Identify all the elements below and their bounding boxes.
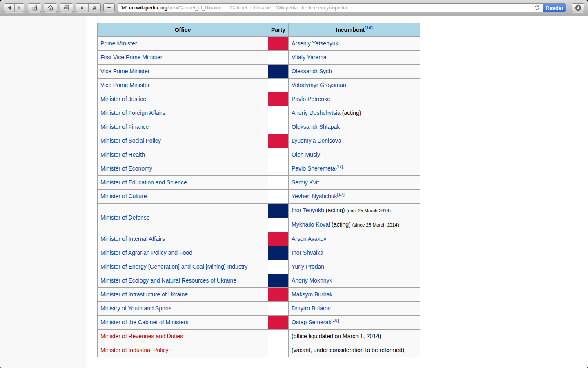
table-row: Minister of Culture Yevhen Nyshchuk[17] xyxy=(98,190,420,204)
table-row: Minister of Infrastucture of Ukraine Mak… xyxy=(98,288,420,302)
incumbent-cell: Andriy Deshchytsia (acting) xyxy=(289,106,420,120)
incumbent-cell: (vacant, under consideration to be refor… xyxy=(289,343,420,357)
cabinet-table-body: Prime Minister Arseniy Yatsenyuk First V… xyxy=(98,37,420,357)
office-cell: Vice Prime Minister xyxy=(98,79,268,92)
incumbent-link[interactable]: Ostap Semerak xyxy=(292,319,331,325)
office-link[interactable]: Vice Prime Minister xyxy=(100,82,149,88)
font-smaller-button[interactable]: A xyxy=(76,4,88,12)
incumbent-link[interactable]: Ihor Shvaika xyxy=(292,249,323,256)
office-link[interactable]: Minister of Energy [Generation] and Coal… xyxy=(100,263,247,270)
incumbent-cell: Mykhailo Koval (acting) (since 25 March … xyxy=(289,218,420,232)
incumbent-link[interactable]: Mykhailo Koval xyxy=(292,221,330,228)
incumbent-cell: Arseniy Yatsenyuk xyxy=(289,37,420,51)
office-cell: Minister of Health xyxy=(98,148,268,162)
share-button[interactable] xyxy=(28,3,41,12)
font-larger-button[interactable]: A xyxy=(88,4,101,12)
footnote-ref-link[interactable]: [17] xyxy=(337,192,345,197)
url-page-title: — Cabinet of Ukraine – Wikipedia, the fr… xyxy=(224,5,347,11)
incumbent-cell: Andriy Mokhnyk xyxy=(289,274,420,288)
col-header-office: Office xyxy=(98,23,268,37)
incumbent-link[interactable]: Arseniy Yatsenyuk xyxy=(292,40,339,47)
table-row: First Vice Prime Minister Vitaly Yarema xyxy=(98,51,420,65)
office-link[interactable]: Minister of Health xyxy=(100,151,145,158)
office-link[interactable]: Minister of Infrastucture of Ukraine xyxy=(100,291,188,298)
incumbent-link[interactable]: Pavlo Petrenko xyxy=(292,96,330,102)
office-link[interactable]: Minister of Culture xyxy=(100,193,147,200)
incumbent-cell: Oleh Musiy xyxy=(289,148,420,162)
status-text: (vacant, under consideration to be refor… xyxy=(292,347,404,353)
table-row: Minister of Internal Affairs Arsen Avako… xyxy=(98,232,420,246)
table-row: Minister of Agrarian Policy and Food Iho… xyxy=(98,246,420,260)
office-link[interactable]: Minister of Defense xyxy=(100,214,150,221)
footnote-ref-link[interactable]: [17] xyxy=(335,164,343,169)
office-cell: Minister of Ecology and Natural Resource… xyxy=(98,274,268,288)
office-link[interactable]: Minister of Justice xyxy=(100,96,146,102)
office-cell: Vice Prime Minister xyxy=(98,65,268,79)
incumbent-link[interactable]: Andriy Deshchytsia xyxy=(292,110,341,116)
home-button[interactable] xyxy=(44,3,57,12)
office-link[interactable]: Ministry of Youth and Sports xyxy=(100,305,172,312)
office-link[interactable]: Minister of Economy xyxy=(100,165,152,172)
incumbent-link[interactable]: Serhiy Kvit xyxy=(292,179,319,186)
incumbent-cell: Ostap Semerak[18] xyxy=(289,316,420,330)
print-button[interactable] xyxy=(60,3,73,12)
incumbent-link[interactable]: Volodymyr Groysman xyxy=(292,82,346,88)
incumbent-link[interactable]: Yevhen Nyshchuk xyxy=(292,193,337,200)
footnote-ref-link[interactable]: [16] xyxy=(365,25,373,30)
back-button[interactable] xyxy=(4,4,14,12)
incumbent-link[interactable]: Vitaly Yarema xyxy=(292,54,327,61)
reader-button[interactable]: Reader xyxy=(543,3,566,12)
incumbent-link[interactable]: Oleksandr Shlapak xyxy=(292,123,340,130)
office-link[interactable]: Prime Minister xyxy=(100,40,137,47)
office-link[interactable]: Minister of Industrial Policy xyxy=(100,347,169,353)
office-link[interactable]: Minister of Social Policy xyxy=(100,137,161,144)
office-cell: Minister of Education and Science xyxy=(98,176,268,190)
office-cell: Minister of Culture xyxy=(98,190,268,204)
incumbent-link[interactable]: Lyudmyla Denisova xyxy=(292,137,341,144)
date-note: (since 25 March 2014) xyxy=(352,222,399,227)
incumbent-link[interactable]: Yuriy Prodan xyxy=(292,263,324,270)
table-row: Minister of Ecology and Natural Resource… xyxy=(98,274,420,288)
share-icon xyxy=(31,4,38,11)
office-link[interactable]: Minister of Education and Science xyxy=(100,179,187,186)
office-link[interactable]: Minister of Internal Affairs xyxy=(100,236,165,242)
refresh-icon xyxy=(534,5,539,11)
incumbent-link[interactable]: Oleh Musiy xyxy=(292,151,320,158)
acting-label: (acting) xyxy=(326,207,345,213)
party-cell xyxy=(268,260,289,274)
party-cell xyxy=(268,106,289,120)
party-cell xyxy=(268,120,289,134)
office-link[interactable]: Minister of Ecology and Natural Resource… xyxy=(100,277,236,284)
party-cell xyxy=(268,37,289,51)
address-bar[interactable]: W en.wikipedia.org /wiki/Cabinet_of_Ukra… xyxy=(118,3,566,12)
office-link[interactable]: Minister of Revenues and Duties xyxy=(100,333,183,339)
office-link[interactable]: Minister of the Cabinet of Ministers xyxy=(100,319,189,325)
office-cell: Minister of Economy xyxy=(98,162,268,176)
party-cell xyxy=(268,176,289,190)
office-link[interactable]: Minister of Foreign Affairs xyxy=(100,110,165,116)
office-link[interactable]: Vice Prime Minister xyxy=(100,68,149,74)
office-cell: Prime Minister xyxy=(98,37,268,51)
incumbent-link[interactable]: Andriy Mokhnyk xyxy=(292,277,332,284)
party-cell xyxy=(268,246,289,260)
url-host: en.wikipedia.org xyxy=(129,5,167,11)
new-tab-button[interactable]: + xyxy=(103,3,115,12)
incumbent-link[interactable]: Pavlo Sheremeta xyxy=(292,165,335,172)
party-cell xyxy=(268,343,289,357)
footnote-ref-link[interactable]: [18] xyxy=(331,318,339,323)
incumbent-link[interactable]: Arsen Avakov xyxy=(292,236,326,242)
office-link[interactable]: First Vice Prime Minister xyxy=(100,54,162,61)
office-link[interactable]: Minister of Agrarian Policy and Food xyxy=(100,249,192,256)
browser-window: A A + W en.wikipedia.org /wiki/Cabinet_o… xyxy=(0,0,588,368)
table-row: Minister of Economy Pavlo Sheremeta[17] xyxy=(98,162,420,176)
refresh-button[interactable] xyxy=(534,5,539,11)
table-row: Prime Minister Arseniy Yatsenyuk xyxy=(98,37,420,51)
forward-button[interactable] xyxy=(14,4,24,12)
incumbent-link[interactable]: Oleksandr Sych xyxy=(292,68,332,74)
downloads-button[interactable] xyxy=(572,3,584,12)
office-link[interactable]: Minister of Finance xyxy=(100,123,149,130)
incumbent-link[interactable]: Maksym Burbak xyxy=(292,291,332,298)
incumbent-link[interactable]: Ihor Tenyukh xyxy=(292,207,324,213)
incumbent-link[interactable]: Dmytro Bulatov xyxy=(292,305,331,312)
party-cell xyxy=(268,204,289,218)
